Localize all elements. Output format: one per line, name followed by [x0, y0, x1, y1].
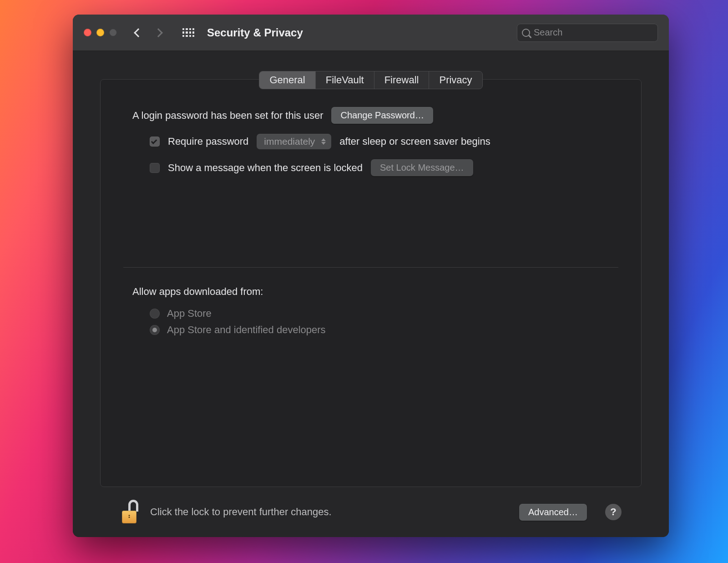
tab-bar: General FileVault Firewall Privacy	[259, 71, 482, 89]
preferences-window: Security & Privacy General FileVault Fir…	[73, 15, 669, 537]
updown-icon	[321, 138, 326, 145]
allow-option-label: App Store and identified developers	[167, 324, 326, 336]
tab-general[interactable]: General	[259, 71, 315, 89]
advanced-button[interactable]: Advanced…	[519, 504, 587, 521]
change-password-button[interactable]: Change Password…	[331, 107, 433, 124]
search-field[interactable]	[517, 24, 658, 42]
back-button[interactable]	[134, 28, 143, 37]
search-input[interactable]	[534, 27, 653, 38]
allow-option-label: App Store	[167, 308, 212, 320]
allow-option-identified[interactable]: App Store and identified developers	[150, 324, 609, 336]
allow-option-appstore[interactable]: App Store	[150, 308, 609, 320]
nav-arrows	[135, 30, 162, 36]
toolbar: Security & Privacy	[73, 15, 669, 51]
show-message-row: Show a message when the screen is locked…	[150, 159, 609, 176]
show-all-icon[interactable]	[182, 28, 194, 37]
tab-firewall[interactable]: Firewall	[374, 71, 430, 89]
set-lock-message-button[interactable]: Set Lock Message…	[371, 159, 473, 176]
require-password-checkbox[interactable]	[150, 137, 160, 147]
tab-privacy[interactable]: Privacy	[429, 71, 482, 89]
content-area: General FileVault Firewall Privacy A log…	[73, 51, 669, 537]
show-message-label: Show a message when the screen is locked	[168, 162, 363, 174]
general-panel: A login password has been set for this u…	[100, 79, 642, 487]
window-title: Security & Privacy	[207, 26, 303, 39]
minimize-window-button[interactable]	[96, 29, 104, 36]
radio-icon	[150, 325, 160, 335]
lock-hint-text: Click the lock to prevent further change…	[150, 506, 332, 518]
require-password-row: Require password immediately after sleep…	[150, 134, 609, 149]
require-password-delay-value: immediately	[264, 136, 315, 147]
allow-apps-title: Allow apps downloaded from:	[132, 286, 609, 298]
window-controls	[84, 29, 117, 36]
footer: Click the lock to prevent further change…	[100, 487, 642, 537]
show-message-checkbox[interactable]	[150, 163, 160, 173]
divider	[123, 267, 618, 268]
require-password-suffix: after sleep or screen saver begins	[339, 136, 490, 147]
help-button[interactable]: ?	[605, 504, 622, 520]
require-password-delay-select[interactable]: immediately	[257, 134, 331, 149]
tab-filevault[interactable]: FileVault	[316, 71, 374, 89]
close-window-button[interactable]	[84, 29, 91, 36]
search-icon	[522, 29, 530, 37]
radio-icon	[150, 309, 160, 319]
require-password-prefix: Require password	[168, 136, 248, 147]
password-set-text: A login password has been set for this u…	[132, 110, 323, 122]
zoom-window-button[interactable]	[109, 29, 117, 36]
password-set-row: A login password has been set for this u…	[132, 107, 609, 124]
forward-button[interactable]	[154, 28, 163, 37]
lock-icon[interactable]	[120, 501, 140, 523]
